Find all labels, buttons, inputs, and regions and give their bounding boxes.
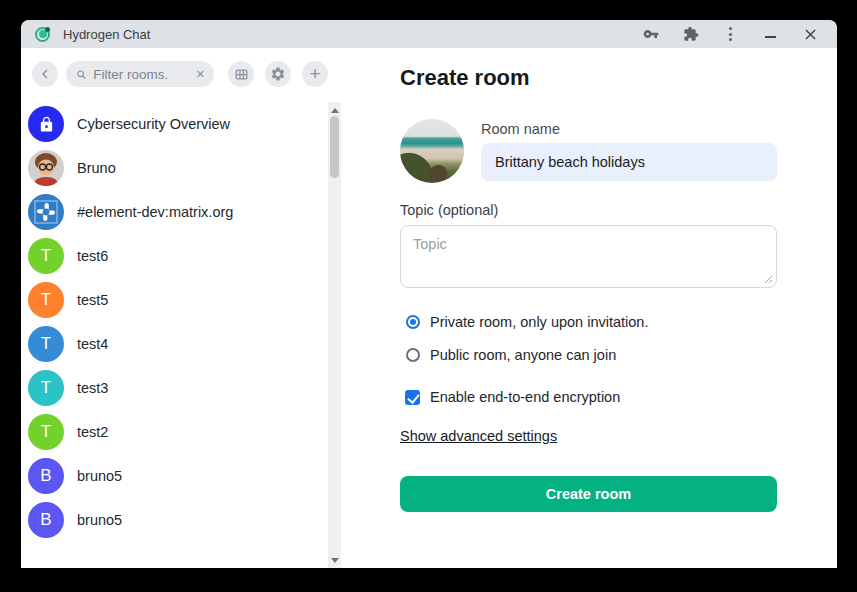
room-list-item-test4[interactable]: T test4 (21, 322, 343, 366)
public-room-option[interactable]: Public room, anyone can join (400, 347, 777, 363)
room-name: Cybersecurity Overview (77, 116, 230, 132)
app-window: Hydrogen Chat (21, 20, 837, 568)
room-avatar-picker[interactable] (400, 119, 464, 183)
room-list: Cybersecurity Overview Bruno #element-de… (21, 102, 343, 540)
topic-label: Topic (optional) (400, 202, 777, 218)
scrollbar-thumb[interactable] (330, 116, 339, 178)
room-list-item-test2[interactable]: T test2 (21, 410, 343, 454)
room-list-item-test5[interactable]: T test5 (21, 278, 343, 322)
extensions-icon[interactable] (682, 26, 699, 43)
gear-icon[interactable] (265, 61, 291, 87)
encryption-checkbox[interactable] (405, 390, 420, 405)
room-name: test2 (77, 424, 108, 440)
sidebar-scrollbar[interactable] (328, 102, 341, 568)
plus-icon[interactable]: + (302, 61, 328, 87)
lock-icon (38, 116, 55, 133)
kebab-menu-icon[interactable] (722, 26, 739, 43)
search-icon (76, 68, 86, 81)
filter-rooms-input[interactable] (93, 67, 195, 82)
element-logo-avatar (28, 194, 64, 230)
initial-avatar: T (28, 282, 64, 318)
room-name: test4 (77, 336, 108, 352)
room-list-item-test6[interactable]: T test6 (21, 234, 343, 278)
room-list-item-bruno[interactable]: Bruno (21, 146, 343, 190)
initial-avatar: T (28, 326, 64, 362)
key-icon[interactable] (642, 26, 659, 43)
room-sidebar: ✕ + Cybersecur (21, 48, 343, 568)
room-name: test5 (77, 292, 108, 308)
back-button[interactable] (32, 61, 58, 87)
initial-avatar: T (28, 414, 64, 450)
scroll-up-arrow-icon[interactable] (328, 104, 341, 116)
room-name-input[interactable] (481, 143, 777, 181)
room-list-item-cybersecurity[interactable]: Cybersecurity Overview (21, 102, 343, 146)
initial-avatar: T (28, 370, 64, 406)
room-name: bruno5 (77, 468, 122, 484)
radio-public[interactable] (406, 348, 420, 362)
titlebar: Hydrogen Chat (21, 20, 837, 48)
page-title: Create room (400, 63, 777, 93)
scroll-down-arrow-icon[interactable] (328, 554, 341, 566)
lock-avatar (28, 106, 64, 142)
private-room-label: Private room, only upon invitation. (430, 314, 648, 330)
close-button[interactable] (802, 26, 819, 43)
initial-avatar: B (28, 458, 64, 494)
room-list-item-bruno5-b[interactable]: B bruno5 (21, 498, 343, 540)
topic-textarea[interactable] (400, 225, 777, 288)
room-list-item-test3[interactable]: T test3 (21, 366, 343, 410)
window-title: Hydrogen Chat (63, 27, 150, 42)
create-room-panel: Create room Room name Topic (optional) P… (343, 48, 837, 568)
filter-rooms-box: ✕ (66, 61, 214, 87)
clear-filter-icon[interactable]: ✕ (196, 68, 205, 81)
encryption-label: Enable end-to-end encryption (430, 389, 620, 405)
room-name: Bruno (77, 160, 116, 176)
show-advanced-settings-link[interactable]: Show advanced settings (400, 428, 557, 444)
radio-private[interactable] (406, 315, 420, 329)
room-name: test3 (77, 380, 108, 396)
public-room-label: Public room, anyone can join (430, 347, 616, 363)
room-name: #element-dev:matrix.org (77, 204, 233, 220)
create-room-button[interactable]: Create room (400, 476, 777, 512)
encryption-option[interactable]: Enable end-to-end encryption (400, 389, 777, 405)
room-list-item-bruno5-a[interactable]: B bruno5 (21, 454, 343, 498)
person-photo-avatar (28, 150, 64, 186)
room-name: bruno5 (77, 512, 122, 528)
initial-avatar: T (28, 238, 64, 274)
initial-avatar: B (28, 502, 64, 538)
room-name-label: Room name (481, 121, 777, 137)
private-room-option[interactable]: Private room, only upon invitation. (400, 314, 777, 330)
room-name: test6 (77, 248, 108, 264)
minimize-button[interactable] (762, 26, 779, 43)
room-list-item-element-dev[interactable]: #element-dev:matrix.org (21, 190, 343, 234)
app-logo-icon (35, 27, 50, 42)
grid-icon[interactable] (228, 61, 254, 87)
